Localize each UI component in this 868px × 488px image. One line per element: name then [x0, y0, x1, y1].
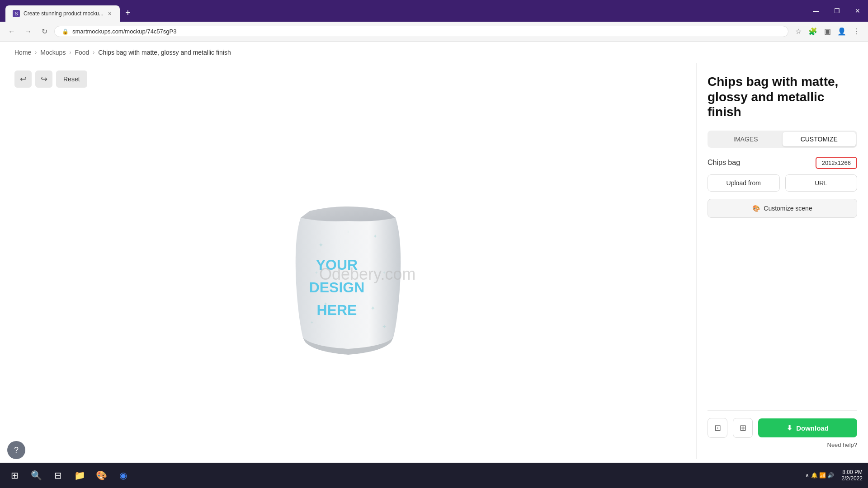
restore-button[interactable]: ❐ — [826, 0, 847, 22]
back-button[interactable]: ← — [5, 25, 18, 38]
breadcrumb-sep-1: › — [35, 49, 37, 56]
svg-text:+: + — [347, 230, 349, 235]
minimize-button[interactable]: — — [806, 0, 826, 22]
extensions-button[interactable]: 🧩 — [807, 25, 819, 38]
panel-tabs: IMAGES CUSTOMIZE — [708, 131, 857, 148]
address-bar[interactable]: 🔒 smartmockups.com/mockup/74c57sgP3 — [54, 26, 788, 37]
svg-text:✦: ✦ — [382, 324, 387, 330]
nav-actions: ☆ 🧩 ▣ 👤 ⋮ — [792, 25, 863, 38]
customize-scene-label: Customize scene — [764, 205, 812, 212]
right-panel: Chips bag with matte, glossy and metalli… — [696, 63, 868, 459]
breadcrumb-food[interactable]: Food — [75, 49, 89, 56]
browser-title-bar: S Create stunning product mocku... × + —… — [0, 0, 868, 22]
svg-text:✦: ✦ — [370, 305, 376, 312]
dimension-badge: 2012x1266 — [816, 157, 857, 169]
url-button[interactable]: URL — [785, 174, 858, 192]
action-row: Upload from URL — [708, 174, 857, 192]
new-tab-button[interactable]: + — [122, 6, 134, 20]
need-help-text: Need help? — [708, 441, 857, 448]
breadcrumb-mockups[interactable]: Mockups — [40, 49, 66, 56]
customize-scene-button[interactable]: 🎨 Customize scene — [708, 199, 857, 218]
tab-favicon: S — [13, 10, 20, 17]
crop-button[interactable]: ⊡ — [708, 418, 727, 438]
sidebar-button[interactable]: ▣ — [821, 25, 834, 38]
svg-text:✦: ✦ — [373, 233, 377, 239]
breadcrumb-current: Chips bag with matte, glossy and metalli… — [98, 49, 231, 56]
redo-button[interactable]: ↪ — [35, 70, 52, 88]
panel-footer: ⊡ ⊞ ⬇ Download — [708, 410, 857, 438]
download-button[interactable]: ⬇ Download — [758, 418, 857, 437]
window-controls: — ❐ ✕ — [806, 0, 868, 22]
download-icon: ⬇ — [787, 424, 793, 432]
layer-row: Chips bag 2012x1266 — [708, 157, 857, 169]
canvas-area: ↩ ↪ Reset — [0, 63, 696, 459]
tab-close-button[interactable]: × — [107, 9, 113, 18]
editor-toolbar: ↩ ↪ Reset — [14, 70, 682, 88]
svg-text:✦: ✦ — [318, 241, 324, 249]
mockup-container: ✦ ✦ + + ✦ ✦ + + ✦ YOUR DESIGN — [14, 97, 682, 452]
bookmark-button[interactable]: ☆ — [792, 25, 805, 38]
tab-bar: S Create stunning product mocku... × + — [5, 0, 134, 22]
bag-svg: ✦ ✦ + + ✦ ✦ + + ✦ YOUR DESIGN — [285, 193, 411, 356]
tab-customize[interactable]: CUSTOMIZE — [783, 132, 856, 146]
reset-button[interactable]: Reset — [56, 70, 87, 88]
undo-button[interactable]: ↩ — [14, 70, 32, 88]
layer-label: Chips bag — [708, 159, 740, 167]
upload-from-button[interactable]: Upload from — [708, 174, 780, 192]
main-layout: ↩ ↪ Reset — [0, 63, 868, 459]
close-button[interactable]: ✕ — [847, 0, 868, 22]
svg-text:YOUR: YOUR — [316, 257, 358, 273]
breadcrumb-sep-3: › — [93, 49, 94, 56]
download-label: Download — [796, 424, 829, 432]
forward-button[interactable]: → — [22, 25, 34, 38]
active-tab[interactable]: S Create stunning product mocku... × — [5, 5, 120, 22]
svg-text:DESIGN: DESIGN — [309, 279, 365, 296]
svg-text:HERE: HERE — [317, 302, 357, 318]
breadcrumb-sep-2: › — [69, 49, 71, 56]
menu-button[interactable]: ⋮ — [850, 25, 863, 38]
tab-images[interactable]: IMAGES — [709, 132, 783, 146]
tab-title: Create stunning product mocku... — [24, 10, 104, 17]
lock-icon: 🔒 — [62, 28, 69, 35]
profile-button[interactable]: 👤 — [835, 25, 848, 38]
svg-text:+: + — [311, 320, 313, 325]
scale-button[interactable]: ⊞ — [733, 418, 753, 438]
product-title: Chips bag with matte, glossy and metalli… — [708, 74, 857, 120]
customize-scene-emoji: 🎨 — [752, 205, 760, 212]
refresh-button[interactable]: ↻ — [38, 25, 51, 38]
svg-text:+: + — [383, 270, 386, 275]
help-bubble[interactable]: ? — [7, 441, 25, 459]
page-content: Home › Mockups › Food › Chips bag with m… — [0, 42, 868, 463]
breadcrumb-home[interactable]: Home — [14, 49, 31, 56]
breadcrumb: Home › Mockups › Food › Chips bag with m… — [0, 42, 868, 63]
address-text: smartmockups.com/mockup/74c57sgP3 — [72, 28, 176, 35]
nav-bar: ← → ↻ 🔒 smartmockups.com/mockup/74c57sgP… — [0, 22, 868, 42]
chips-bag-mockup: ✦ ✦ + + ✦ ✦ + + ✦ YOUR DESIGN — [285, 193, 411, 356]
